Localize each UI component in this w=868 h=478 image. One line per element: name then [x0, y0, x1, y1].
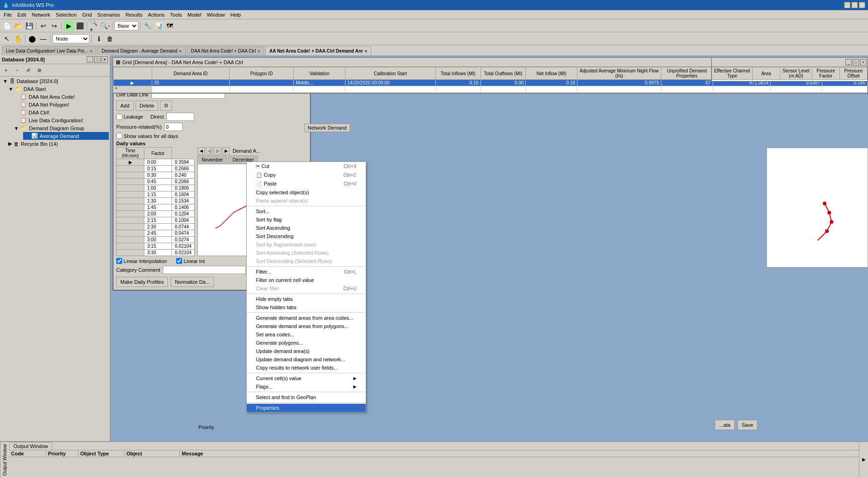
ctx-sort[interactable]: Sort...: [247, 207, 366, 215]
tree-item-demand-group[interactable]: ▼ 📁 Demand Diagram Group: [12, 124, 109, 132]
tab-aa-net[interactable]: AA Net Area Code! + DAA Ctrl Demand Are …: [265, 46, 371, 55]
ect-min-btn[interactable]: _: [845, 59, 852, 66]
element-type-dropdown[interactable]: Node: [53, 34, 89, 43]
tab-demand-diagram[interactable]: Demand Diagram - Average Demand ×: [97, 46, 186, 55]
data-btn[interactable]: ...ata: [715, 420, 734, 430]
demand-a-tab[interactable]: Demand A...: [232, 148, 261, 154]
menu-tools[interactable]: Tools: [167, 11, 185, 18]
tab-live-data[interactable]: Live Data Configuration! Live Data Poi..…: [2, 46, 96, 55]
zoom-in-btn[interactable]: 🔍+: [89, 21, 99, 31]
tree-item-daa-ctrl[interactable]: 📋 DAA Ctrl!: [12, 108, 109, 116]
unprofiled-cell[interactable]: 67: [661, 80, 713, 86]
ctx-filter-current[interactable]: Filter on current cell value: [247, 276, 366, 284]
ctx-cut[interactable]: ✂ Cut Ctrl+X: [247, 162, 366, 171]
scenario-dropdown[interactable]: Base: [114, 21, 138, 30]
tree-settings-btn[interactable]: ⚙: [34, 65, 44, 75]
demand-area-id-cell[interactable]: 35: [152, 80, 229, 86]
linear-int-checkbox[interactable]: [176, 258, 182, 264]
bottom-tab-output[interactable]: Output Window: [9, 442, 52, 450]
direct-input[interactable]: [166, 113, 194, 121]
tab-november[interactable]: November: [197, 155, 227, 164]
minimize-btn[interactable]: _: [844, 2, 850, 8]
panel-close-btn[interactable]: ×: [101, 56, 108, 63]
validation-cell[interactable]: Middle...: [294, 80, 345, 86]
pan-btn[interactable]: ✋: [13, 34, 23, 44]
total-outflows-cell[interactable]: 0.00: [481, 80, 526, 86]
polygon-id-cell[interactable]: [229, 80, 294, 86]
add-node-btn[interactable]: ⬤: [27, 34, 37, 44]
ctx-paste[interactable]: 📄 Paste Ctrl+V: [247, 179, 366, 188]
make-daily-profiles-btn[interactable]: Make Daily Profiles: [116, 277, 168, 287]
category-comment-input[interactable]: [163, 266, 246, 274]
save-main-btn[interactable]: Save: [737, 420, 757, 430]
stop-btn[interactable]: ⬛: [75, 21, 85, 31]
select-btn[interactable]: ↖: [2, 34, 12, 44]
tool3-btn[interactable]: 🗺: [165, 21, 175, 31]
ctx-current-cell-value[interactable]: Current cell(s) value ▶: [247, 374, 366, 382]
properties-btn[interactable]: ℹ: [94, 34, 104, 44]
pressure-input[interactable]: [164, 123, 183, 131]
calibration-start-cell[interactable]: 14/20/2020 00:00:00: [345, 80, 436, 86]
tree-collapse-btn[interactable]: −: [12, 65, 22, 75]
ctx-flags[interactable]: Flags... ▶: [247, 382, 366, 391]
ctx-hide-empty-tabs[interactable]: Hide empty tabs: [247, 295, 366, 303]
tab-close-live-data[interactable]: ×: [90, 49, 92, 54]
ctx-generate-from-polygons[interactable]: Generate demand areas from polygons...: [247, 322, 366, 330]
menu-window[interactable]: Window: [204, 11, 227, 18]
add-pipe-btn[interactable]: —: [38, 34, 48, 44]
open-btn[interactable]: 📂: [13, 21, 23, 31]
ctx-properties[interactable]: Properties: [247, 404, 366, 412]
menu-actions[interactable]: Actions: [145, 11, 167, 18]
r-btn[interactable]: R: [160, 101, 172, 111]
leakage-checkbox[interactable]: [116, 114, 122, 120]
ect-max-btn[interactable]: □: [853, 59, 859, 66]
close-btn[interactable]: ×: [859, 2, 865, 8]
maximize-btn[interactable]: □: [851, 2, 858, 8]
tab-prev-btn[interactable]: ◀: [197, 147, 205, 155]
adj-avg-min-cell[interactable]: 0.9975: [577, 80, 661, 86]
ctx-sort-asc[interactable]: Sort Ascending: [247, 224, 366, 232]
show-values-checkbox[interactable]: [116, 133, 122, 139]
panel-max-btn[interactable]: □: [94, 56, 101, 63]
ect-close-btn[interactable]: ×: [860, 59, 867, 66]
ctx-generate-from-codes[interactable]: Generate demand areas from area codes...: [247, 314, 366, 322]
add-btn[interactable]: Add: [116, 101, 134, 111]
ctx-update-demand-area[interactable]: Update demand area(s): [247, 347, 366, 355]
tree-expand-btn[interactable]: +: [1, 65, 11, 75]
tab-close-aa-net[interactable]: ×: [365, 49, 367, 54]
tab-right-btn[interactable]: ▷: [214, 147, 221, 155]
tree-item-daa-net-area[interactable]: 📋 DAA Net Area Code!: [12, 93, 109, 101]
zoom-out-btn[interactable]: 🔍-: [100, 21, 110, 31]
run-btn[interactable]: ▶: [64, 21, 74, 31]
ctx-copy-results[interactable]: Copy results to network user fields...: [247, 364, 366, 372]
tab-close-daa-net[interactable]: ×: [258, 49, 260, 54]
menu-model[interactable]: Model: [184, 11, 204, 18]
menu-help[interactable]: Help: [228, 11, 244, 18]
ctx-set-area-codes[interactable]: Set area codes...: [247, 330, 366, 339]
menu-selection[interactable]: Selection: [53, 11, 79, 18]
tree-item-database[interactable]: ▼ 🗄 Database [2024.0]: [1, 78, 109, 85]
ctx-update-demand-diagram[interactable]: Update demand diagram and network...: [247, 355, 366, 364]
menu-results[interactable]: Results: [123, 11, 145, 18]
ctx-sort-by-flag[interactable]: Sort by flag: [247, 215, 366, 224]
tree-item-live-data[interactable]: 📋 Live Data Configuration!: [12, 116, 109, 124]
tab-close-demand-diagram[interactable]: ×: [179, 49, 182, 54]
total-inflows-cell[interactable]: 0.16: [435, 80, 481, 86]
menu-edit[interactable]: Edit: [15, 11, 29, 18]
undo-btn[interactable]: ↩: [38, 21, 48, 31]
tool1-btn[interactable]: 🔧: [143, 21, 153, 31]
output-resize-handle[interactable]: ◀: [859, 442, 868, 478]
factor-cell[interactable]: 0.3594: [172, 159, 195, 166]
tree-item-avg-demand[interactable]: 📊 Average Demand: [23, 132, 109, 140]
ctx-filter[interactable]: Filter... Ctrl+L: [247, 268, 366, 276]
ctx-copy[interactable]: 📋 Copy Ctrl+C: [247, 171, 366, 179]
redo-btn[interactable]: ↪: [49, 21, 59, 31]
menu-scenarios[interactable]: Scenarios: [95, 11, 123, 18]
tab-next-btn[interactable]: ▶: [222, 147, 230, 155]
new-btn[interactable]: 📄: [2, 21, 12, 31]
delete-toolbar-btn[interactable]: 🗑: [105, 34, 115, 44]
normalize-data-btn[interactable]: Normalize Da...: [171, 277, 214, 287]
delete-btn[interactable]: Delete: [136, 101, 159, 111]
tool2-btn[interactable]: 📊: [154, 21, 164, 31]
tree-item-daa-net-poly[interactable]: 📋 DAA Net Polygon!: [12, 101, 109, 108]
